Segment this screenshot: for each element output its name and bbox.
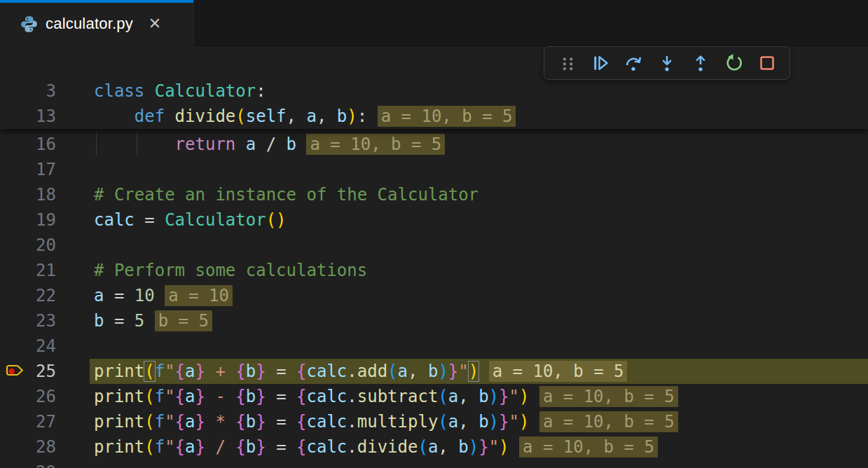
- code-token: b: [458, 437, 468, 457]
- line-number-28[interactable]: 28: [0, 434, 56, 460]
- code-token: :: [357, 106, 367, 126]
- code-token: .: [347, 412, 357, 432]
- code-token: ,: [458, 387, 478, 406]
- code-token: b: [246, 362, 256, 381]
- line-content[interactable]: b = 5 b = 5: [94, 308, 212, 333]
- line-content[interactable]: print(f"{a} + {b} = {calc.add(a, b)}") a…: [94, 359, 627, 384]
- breakpoint-current-frame-icon[interactable]: [4, 361, 25, 382]
- line-number-22[interactable]: 22: [0, 283, 56, 308]
- tab-title: calculator.py: [46, 15, 133, 33]
- code-token: }: [256, 362, 266, 381]
- line-number-29[interactable]: 29: [0, 460, 56, 468]
- line-content[interactable]: print(f"{a} * {b} = {calc.multiply(a, b)…: [94, 409, 678, 434]
- code-line-29: 29: [0, 460, 868, 468]
- code-token: (: [235, 106, 245, 126]
- line-number-27[interactable]: 27: [0, 409, 56, 434]
- line-number-18[interactable]: 18: [0, 182, 56, 207]
- code-token: =: [135, 210, 165, 230]
- code-token: print: [94, 387, 144, 406]
- code-line-16: 16 return a / b a = 10, b = 5: [0, 132, 868, 157]
- code-token: (: [418, 437, 427, 457]
- code-token: -: [205, 387, 235, 406]
- tab-calculator-py[interactable]: calculator.py ✕: [0, 0, 194, 48]
- code-token: =: [266, 437, 296, 457]
- line-number-20[interactable]: 20: [0, 233, 56, 258]
- code-token: a: [185, 387, 195, 406]
- stop-button[interactable]: [753, 49, 781, 77]
- code-token: {: [296, 412, 306, 432]
- continue-button[interactable]: [586, 49, 614, 77]
- line-content[interactable]: print(f"{a} - {b} = {calc.subtract(a, b)…: [94, 384, 678, 409]
- code-token: :: [256, 81, 266, 101]
- line-number-19[interactable]: 19: [0, 207, 56, 233]
- line-number-3[interactable]: 3: [0, 78, 56, 104]
- code-token: }: [256, 387, 266, 406]
- line-content[interactable]: print(f"{a} / {b} = {calc.divide(a, b)}"…: [94, 434, 658, 460]
- line-number-17[interactable]: 17: [0, 157, 56, 182]
- code-token: {: [235, 362, 245, 381]
- inline-debug-value: a = 10, b = 5: [539, 411, 678, 432]
- inline-debug-value: a = 10, b = 5: [489, 361, 628, 382]
- code-token: ,: [458, 412, 478, 432]
- drag-handle-button[interactable]: [553, 49, 581, 77]
- line-content[interactable]: return a / b a = 10, b = 5: [94, 132, 445, 157]
- inline-debug-value: b = 5: [155, 310, 212, 331]
- tab-close-icon[interactable]: ✕: [146, 15, 164, 33]
- code-token: [235, 135, 245, 154]
- restart-button[interactable]: [719, 49, 748, 77]
- code-token: b: [478, 387, 488, 406]
- code-token: {: [296, 437, 306, 457]
- restart-icon: [723, 53, 744, 74]
- code-token: }: [256, 437, 266, 457]
- line-content[interactable]: # Perform some calculations: [94, 258, 367, 283]
- drag-handle-icon: [556, 53, 577, 74]
- line-number-26[interactable]: 26: [0, 384, 56, 409]
- code-token: }: [195, 387, 205, 406]
- code-token: ": [509, 387, 519, 406]
- code-token: print: [94, 412, 144, 432]
- sticky-line-13[interactable]: 13 def divide(self, a, b): a = 10, b = 5: [0, 104, 868, 129]
- line-number-13[interactable]: 13: [0, 104, 56, 129]
- code-token: .: [347, 387, 357, 406]
- step-over-icon: [623, 53, 644, 74]
- code-token: a: [185, 412, 195, 432]
- code-token: (: [144, 437, 154, 457]
- active-tab-indicator: [0, 0, 193, 3]
- step-over-button[interactable]: [619, 49, 647, 77]
- code-token: [94, 106, 135, 126]
- line-content[interactable]: # Create an instance of the Calculator: [94, 182, 478, 207]
- code-token: b: [246, 387, 256, 406]
- code-token: ): [489, 387, 499, 406]
- code-token: self: [246, 106, 287, 126]
- code-line-28: 28print(f"{a} / {b} = {calc.divide(a, b)…: [0, 434, 868, 460]
- code-token: ): [347, 106, 357, 126]
- line-number-24[interactable]: 24: [0, 333, 56, 359]
- line-content[interactable]: class Calculator:: [94, 78, 266, 104]
- code-token: def: [135, 106, 165, 126]
- sticky-line-3[interactable]: 3class Calculator:: [0, 78, 868, 104]
- line-content[interactable]: calc = Calculator(): [94, 207, 287, 233]
- line-content[interactable]: a = 10 a = 10: [94, 283, 233, 308]
- inline-debug-value: a = 10: [165, 285, 233, 306]
- line-number-21[interactable]: 21: [0, 258, 56, 283]
- step-out-icon: [690, 53, 711, 74]
- code-token: class: [94, 81, 144, 101]
- code-line-20: 20: [0, 233, 868, 258]
- code-token: a: [246, 135, 256, 154]
- code-token: calc: [307, 437, 347, 457]
- code-token: ): [499, 437, 509, 457]
- code-line-23: 23b = 5 b = 5: [0, 308, 868, 333]
- line-number-23[interactable]: 23: [0, 308, 56, 333]
- code-token: calc: [307, 412, 347, 432]
- code-token: ": [489, 437, 499, 457]
- line-content[interactable]: def divide(self, a, b): a = 10, b = 5: [94, 104, 516, 129]
- code-lines: 16 return a / b a = 10, b = 51718# Creat…: [0, 132, 868, 468]
- code-token: [94, 135, 175, 154]
- step-into-button[interactable]: [653, 49, 681, 77]
- step-out-button[interactable]: [687, 49, 715, 77]
- code-token: ": [165, 412, 174, 432]
- code-token: 5: [135, 311, 144, 331]
- line-number-16[interactable]: 16: [0, 132, 56, 157]
- code-token: a: [448, 412, 458, 432]
- code-token: subtract: [357, 387, 439, 406]
